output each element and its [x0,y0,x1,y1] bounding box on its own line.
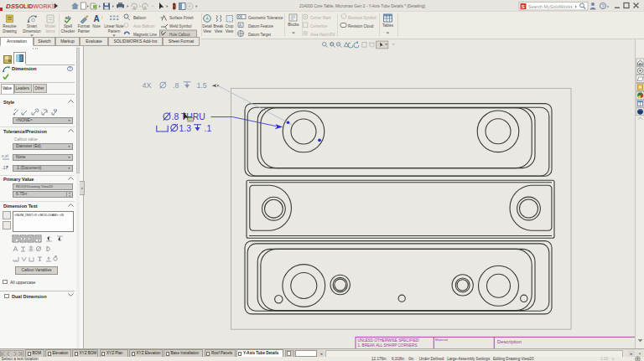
svg-text:Smart: Smart [27,24,38,28]
svg-text:Search MySolidWorks: Search MySolidWorks [528,4,573,9]
svg-text:Linear Note: Linear Note [104,24,124,28]
svg-text:Weld Symbol: Weld Symbol [169,24,191,28]
svg-text:1.5: 1.5 [197,81,207,90]
svg-text:.1: .1 [205,124,212,133]
svg-text:Balloon: Balloon [133,16,147,20]
svg-text:4X: 4X [143,81,152,90]
svg-text:View: View [203,29,211,34]
svg-text:Datum Target: Datum Target [248,33,272,37]
svg-text:DS: DS [6,3,16,10]
svg-text:.1⁋: .1⁋ [2,165,9,170]
svg-text:Drawing: Drawing [3,29,17,34]
svg-text:A: A [239,23,242,28]
svg-text:A: A [93,14,99,23]
svg-text:Break: Break [214,24,225,28]
svg-text:A: A [205,17,208,21]
svg-text:Resolve: Resolve [3,24,17,28]
svg-text:Spell: Spell [64,24,72,28]
svg-text:Center Mark: Center Mark [310,16,332,20]
svg-text:Format: Format [78,24,91,28]
svg-text:Hole Callout: Hole Callout [169,33,190,37]
svg-text:Magnetic Line: Magnetic Line [133,33,158,37]
svg-text:Revision Symbol: Revision Symbol [348,16,377,20]
svg-text:Detail: Detail [202,24,212,28]
svg-text:Area Hatch/Fill: Area Hatch/Fill [310,33,335,37]
svg-text:Note: Note [92,24,101,28]
svg-text:Datum Feature: Datum Feature [248,24,274,28]
svg-text:UNLESS OTHERWISE SPECIFIED:: UNLESS OTHERWISE SPECIFIED: [358,338,420,343]
svg-text:View: View [215,29,223,34]
svg-text:Revision Cloud: Revision Cloud [348,24,374,28]
svg-text:Pattern: Pattern [108,29,121,34]
svg-text:Checker: Checker [61,29,75,34]
svg-text:View: View [226,29,234,34]
svg-text:x.x²: x.x² [2,153,8,158]
svg-text:214000 Core Table, Micromax Ge: 214000 Core Table, Micromax Gen 2 - Y-Ax… [299,4,425,8]
svg-text:?: ? [601,3,605,9]
svg-text:Surface Finish: Surface Finish [169,16,194,20]
svg-text:SOLIDWORKS: SOLIDWORKS [15,3,56,9]
svg-text:Centerline: Centerline [310,24,328,28]
svg-text:Model: Model [45,24,55,28]
svg-text:Painter: Painter [78,29,91,34]
svg-text:Auto Balloon: Auto Balloon [133,24,155,28]
svg-text:1.3: 1.3 [179,124,192,133]
svg-text:S: S [522,4,525,9]
svg-text:Description: Description [497,339,522,344]
svg-text:.8: .8 [173,81,179,90]
svg-text:Blocks: Blocks [288,23,299,27]
svg-text:Items: Items [45,29,55,34]
svg-text:Crop: Crop [226,24,234,28]
svg-text:1. BREAK ALL SHARP CORNERS: 1. BREAK ALL SHARP CORNERS [358,343,418,348]
svg-text:Material: Material [435,338,448,342]
svg-text:Tables: Tables [382,23,394,28]
svg-text:Geometric Tolerance: Geometric Tolerance [248,16,283,20]
svg-text:Dimension: Dimension [23,29,41,34]
